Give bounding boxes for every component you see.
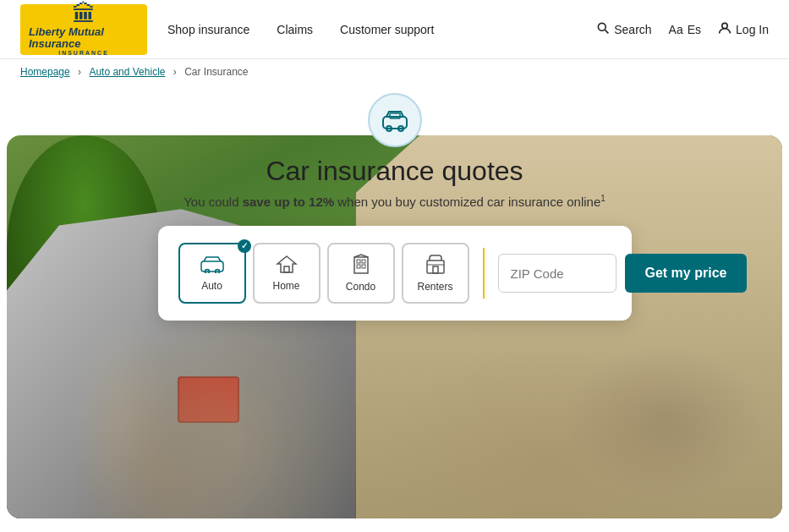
- tab-auto[interactable]: Auto: [178, 243, 246, 304]
- content-overlay: Car insurance quotes You could save up t…: [0, 85, 789, 321]
- search-button[interactable]: Search: [596, 21, 651, 37]
- car-icon: [380, 105, 410, 135]
- subtitle-sup: 1: [600, 194, 605, 203]
- breadcrumb-home[interactable]: Homepage: [20, 66, 70, 78]
- subtitle: You could save up to 12% when you buy cu…: [184, 194, 605, 209]
- main-content: Car insurance quotes You could save up t…: [0, 85, 789, 525]
- header: 🏛 Liberty Mutual Insurance INSURANCE Sho…: [0, 0, 789, 59]
- subtitle-bold: save up to 12%: [243, 195, 334, 209]
- search-label: Search: [614, 23, 651, 36]
- get-price-button[interactable]: Get my price: [625, 254, 748, 293]
- login-label: Log In: [736, 23, 769, 36]
- insurance-tabs: Auto Home: [178, 243, 469, 304]
- nav-support[interactable]: Customer support: [340, 23, 434, 36]
- tab-condo-label: Condo: [346, 281, 375, 293]
- svg-rect-12: [357, 260, 360, 263]
- logo-area: 🏛 Liberty Mutual Insurance INSURANCE Sho…: [20, 4, 434, 55]
- svg-rect-10: [284, 266, 289, 272]
- svg-point-0: [599, 23, 606, 30]
- condo-icon: [352, 254, 370, 277]
- svg-rect-11: [354, 257, 368, 273]
- auto-icon: [200, 255, 224, 277]
- home-icon: [276, 255, 298, 277]
- main-nav: Shop insurance Claims Customer support: [167, 23, 434, 36]
- zip-input[interactable]: [498, 254, 616, 293]
- svg-rect-7: [201, 261, 223, 271]
- login-button[interactable]: Log In: [718, 21, 769, 37]
- breadcrumb-current: Car Insurance: [184, 66, 248, 78]
- tab-condo[interactable]: Condo: [327, 243, 395, 304]
- breadcrumb-auto[interactable]: Auto and Vehicle: [89, 66, 165, 78]
- renters-icon: [425, 254, 446, 277]
- language-button[interactable]: Aа Es: [669, 23, 701, 36]
- svg-rect-13: [362, 260, 365, 263]
- language-label: Es: [688, 23, 701, 36]
- logo-sub: INSURANCE: [58, 50, 109, 56]
- tab-home-label: Home: [272, 280, 299, 292]
- subtitle-prefix: You could: [184, 195, 243, 209]
- car-icon-circle: [368, 93, 422, 147]
- user-icon: [718, 21, 731, 37]
- tab-home[interactable]: Home: [253, 243, 321, 304]
- svg-rect-17: [433, 266, 438, 273]
- nav-claims[interactable]: Claims: [277, 23, 313, 36]
- search-icon: [596, 21, 610, 37]
- language-icon: Aа: [669, 23, 683, 36]
- header-right: Search Aа Es Log In: [596, 21, 769, 37]
- tab-renters-label: Renters: [417, 281, 452, 293]
- svg-point-2: [722, 23, 727, 28]
- tab-divider: [483, 248, 485, 299]
- page-title: Car insurance quotes: [266, 156, 523, 187]
- tab-auto-label: Auto: [201, 280, 222, 292]
- nav-shop[interactable]: Shop insurance: [167, 23, 249, 36]
- subtitle-suffix: when you buy customized car insurance on…: [334, 195, 600, 209]
- tab-renters[interactable]: Renters: [402, 243, 469, 304]
- breadcrumb-sep-2: ›: [173, 66, 179, 78]
- quote-card: Auto Home: [158, 226, 632, 321]
- logo-icon: 🏛: [72, 3, 96, 26]
- svg-rect-14: [357, 265, 360, 268]
- logo-name: Liberty Mutual Insurance: [29, 26, 139, 51]
- logo[interactable]: 🏛 Liberty Mutual Insurance INSURANCE: [20, 4, 147, 55]
- svg-rect-15: [362, 265, 365, 268]
- svg-line-1: [605, 30, 609, 33]
- breadcrumb: Homepage › Auto and Vehicle › Car Insura…: [0, 59, 789, 85]
- breadcrumb-sep-1: ›: [78, 66, 84, 78]
